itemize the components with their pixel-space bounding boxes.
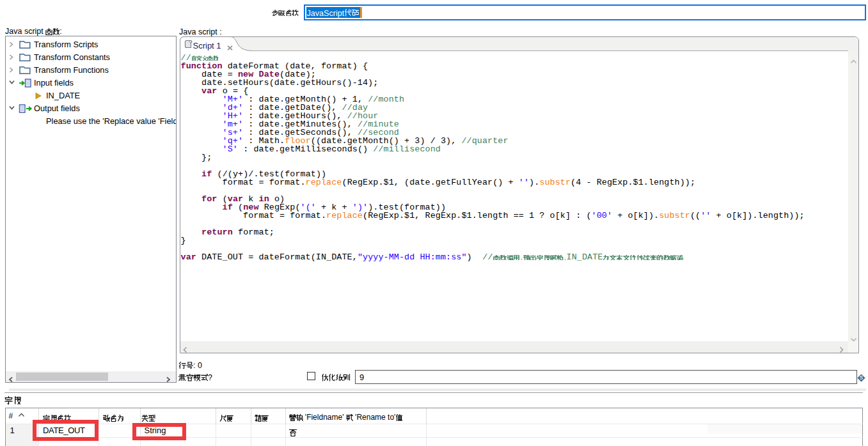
svg-text:S: S [860,375,864,381]
